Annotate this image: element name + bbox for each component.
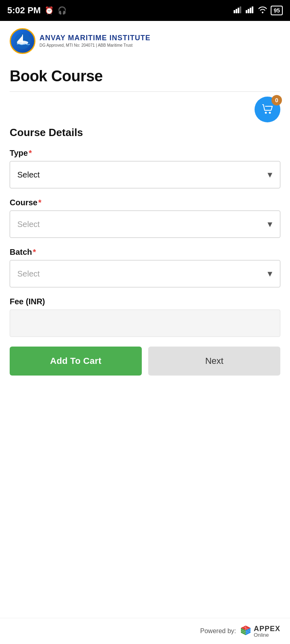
button-row: Add To Cart Next — [10, 347, 280, 388]
status-bar: 5:02 PM ⏰ 🎧 — [0, 0, 290, 21]
batch-select[interactable]: Select — [10, 260, 280, 287]
appex-cube-icon — [239, 625, 252, 638]
institute-subtitle: DG Approved, MTI No: 204071 | ABB Mariti… — [39, 43, 151, 48]
svg-rect-2 — [238, 8, 239, 13]
type-select-wrapper: Select ▼ — [10, 161, 280, 188]
cart-icon — [261, 103, 274, 116]
course-select[interactable]: Select — [10, 211, 280, 238]
cart-button[interactable]: 0 — [255, 97, 280, 122]
page-title: Book Course — [10, 68, 280, 85]
next-button[interactable]: Next — [148, 347, 280, 376]
type-select[interactable]: Select — [10, 161, 280, 188]
footer: Powered by: APPEX Online — [0, 618, 290, 644]
svg-point-11 — [265, 112, 267, 114]
header: ANVAY MARITIME INSTITUTE DG Approved, MT… — [0, 21, 290, 58]
batch-required-star: * — [33, 248, 36, 256]
svg-point-12 — [269, 112, 271, 114]
fee-input — [10, 310, 280, 337]
course-select-wrapper: Select ▼ — [10, 211, 280, 238]
cart-badge: 0 — [271, 95, 282, 105]
fee-form-group: Fee (INR) — [10, 297, 280, 337]
footer-logo: APPEX Online — [239, 625, 280, 638]
logo-container: ANVAY MARITIME INSTITUTE DG Approved, MT… — [10, 28, 151, 54]
status-time: 5:02 PM — [7, 5, 41, 16]
fee-label: Fee (INR) — [10, 297, 280, 306]
powered-by-label: Powered by: — [200, 627, 236, 635]
logo-image — [10, 28, 35, 54]
batch-select-wrapper: Select ▼ — [10, 260, 280, 287]
cart-area: 0 — [0, 92, 290, 122]
type-required-star: * — [29, 149, 32, 157]
section-title: Course Details — [10, 126, 280, 139]
course-form-group: Course* Select ▼ — [10, 198, 280, 238]
svg-rect-0 — [234, 10, 235, 13]
form-section: Course Details Type* Select ▼ Course* Se… — [0, 122, 290, 388]
logo-text: ANVAY MARITIME INSTITUTE DG Approved, MT… — [39, 34, 151, 48]
status-icons: 95 — [234, 5, 283, 16]
svg-rect-7 — [252, 6, 253, 13]
signal-icon-1 — [234, 5, 242, 16]
alarm-icon: ⏰ — [45, 6, 54, 15]
type-label: Type* — [10, 149, 280, 158]
appex-brand-text: APPEX Online — [254, 625, 280, 638]
institute-name: ANVAY MARITIME INSTITUTE — [39, 34, 151, 43]
svg-rect-1 — [236, 9, 237, 13]
headphone-icon: 🎧 — [58, 6, 66, 15]
course-required-star: * — [38, 198, 41, 207]
batch-label: Batch* — [10, 248, 280, 257]
signal-icon-2 — [246, 5, 255, 16]
page-title-section: Book Course — [0, 58, 290, 88]
add-to-cart-button[interactable]: Add To Cart — [10, 347, 142, 376]
svg-rect-3 — [240, 6, 241, 13]
course-label: Course* — [10, 198, 280, 207]
svg-rect-6 — [250, 8, 251, 13]
battery-indicator: 95 — [271, 6, 283, 15]
batch-form-group: Batch* Select ▼ — [10, 248, 280, 287]
spacer — [0, 388, 290, 618]
wifi-icon — [258, 5, 267, 16]
svg-rect-4 — [246, 10, 247, 13]
type-form-group: Type* Select ▼ — [10, 149, 280, 188]
svg-rect-5 — [248, 9, 249, 13]
